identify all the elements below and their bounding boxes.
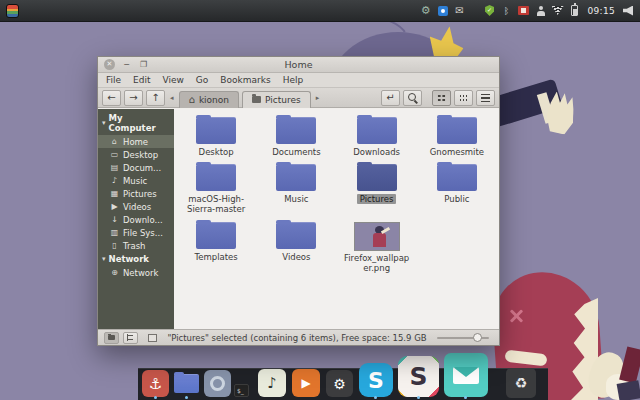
- dock-browser-icon[interactable]: [204, 370, 231, 397]
- network-icon[interactable]: [552, 5, 564, 17]
- back-button[interactable]: ←: [102, 90, 121, 106]
- music-icon: ♪: [110, 176, 119, 185]
- list-view-button[interactable]: [476, 90, 495, 106]
- sidebar-item-pictures[interactable]: ▦ Pictures: [98, 187, 174, 200]
- menu-go[interactable]: Go: [190, 75, 214, 85]
- sidebar-item-desktop[interactable]: ▭ Desktop: [98, 148, 174, 161]
- downloads-icon: ↓: [110, 215, 119, 224]
- sidebar-item-documents[interactable]: ▤ Docum...: [98, 161, 174, 174]
- menu-view[interactable]: View: [157, 75, 190, 85]
- wallpaper-dark-shape: [619, 346, 640, 383]
- dock-file-manager-icon[interactable]: [173, 370, 200, 397]
- sidebar-item-downloads[interactable]: ↓ Downlo...: [98, 213, 174, 226]
- tab-home[interactable]: ⌂ kionon: [179, 91, 240, 108]
- file-public[interactable]: Public: [417, 164, 497, 214]
- tab-pictures-label: Pictures: [265, 95, 301, 105]
- applications-menu-icon[interactable]: [6, 4, 19, 18]
- mail-tray-icon[interactable]: ✉: [454, 5, 466, 17]
- file-gnomesmite[interactable]: Gnomesmite: [417, 117, 497, 157]
- wallpaper-dark-shape-2: [617, 380, 640, 400]
- file-pictures-selected[interactable]: Pictures: [337, 164, 417, 214]
- updates-tray-icon[interactable]: ⚙: [420, 5, 432, 17]
- sidebar-item-trash[interactable]: ▯ Trash: [98, 239, 174, 252]
- sidebar-section-my-computer[interactable]: ▾ My Computer: [98, 111, 174, 135]
- folder-icon: [357, 164, 397, 191]
- menu-bookmarks[interactable]: Bookmarks: [214, 75, 276, 85]
- file-downloads[interactable]: Downloads: [337, 117, 417, 157]
- forward-button[interactable]: →: [124, 90, 143, 106]
- titlebar[interactable]: Home ✕ − ❐: [98, 57, 499, 73]
- folder-icon: [437, 164, 477, 191]
- clock[interactable]: 09:15: [586, 6, 617, 16]
- statusbar-text: "Pictures" selected (containing 6 items)…: [161, 333, 433, 343]
- running-indicator-dot: [464, 396, 467, 399]
- file-desktop[interactable]: Desktop: [176, 117, 256, 157]
- compact-view-button[interactable]: [454, 90, 473, 106]
- pictures-icon: ▦: [110, 189, 119, 198]
- dock-slack-icon[interactable]: S: [398, 356, 439, 397]
- keyboard-layout-icon[interactable]: [518, 5, 530, 17]
- dock-video-player-icon[interactable]: ▶: [292, 369, 320, 397]
- tab-scroll-right-icon[interactable]: ▸: [314, 94, 322, 102]
- videos-icon: ▶: [110, 202, 119, 211]
- envelope-icon: [453, 367, 479, 384]
- messenger-tray-icon[interactable]: [437, 5, 449, 17]
- docky-anchor-icon[interactable]: ⚓: [142, 370, 169, 397]
- file-view[interactable]: Desktop Documents Downloads Gnomesmite m…: [174, 109, 499, 329]
- window-title: Home: [98, 59, 499, 70]
- dock-mail-icon[interactable]: [444, 353, 488, 397]
- expander-icon: ▾: [102, 119, 106, 127]
- file-videos[interactable]: Videos: [256, 222, 336, 273]
- tab-pictures[interactable]: Pictures: [242, 91, 311, 108]
- file-music[interactable]: Music: [256, 164, 336, 214]
- sidebar-item-home[interactable]: ⌂ Home: [98, 135, 174, 148]
- zoom-slider[interactable]: [437, 337, 489, 339]
- file-firefox-wallpaper[interactable]: Firefox_wallpaper.png: [337, 222, 417, 273]
- tree-pane-toggle[interactable]: [123, 332, 138, 344]
- shield-icon[interactable]: ✓: [484, 5, 496, 17]
- dock-skype-icon[interactable]: S: [359, 363, 393, 397]
- sidebar-item-videos[interactable]: ▶ Videos: [98, 200, 174, 213]
- user-icon[interactable]: [535, 5, 547, 17]
- menu-edit[interactable]: Edit: [127, 75, 156, 85]
- dock-trash-icon[interactable]: ♻: [506, 368, 536, 398]
- file-documents[interactable]: Documents: [256, 117, 336, 157]
- folder-icon: [196, 222, 236, 249]
- top-panel: ⚙ ✉ ✓ ᛒ 09:15: [0, 0, 640, 22]
- battery-icon[interactable]: [569, 5, 581, 17]
- minimize-button[interactable]: −: [121, 59, 132, 70]
- folder-icon: [196, 117, 236, 144]
- dock-music-icon[interactable]: ♪: [258, 369, 286, 397]
- image-thumbnail: [354, 222, 400, 251]
- window-body: ▾ My Computer ⌂ Home ▭ Desktop ▤ Docum..…: [98, 109, 499, 329]
- sidebar-item-filesystem[interactable]: ▥ File Sys...: [98, 226, 174, 239]
- menu-help[interactable]: Help: [277, 75, 310, 85]
- maximize-button[interactable]: ❐: [138, 59, 149, 70]
- sidebar-item-music[interactable]: ♪ Music: [98, 174, 174, 187]
- window-controls: ✕ − ❐: [104, 59, 149, 70]
- zoom-slider-knob[interactable]: [473, 333, 482, 342]
- file-grid: Desktop Documents Downloads Gnomesmite m…: [174, 109, 499, 273]
- menu-file[interactable]: File: [100, 75, 127, 85]
- volume-icon[interactable]: [622, 5, 634, 17]
- sidebar-section-network[interactable]: ▾ Network: [98, 252, 174, 266]
- places-pane-toggle[interactable]: [104, 332, 119, 344]
- filesystem-icon: ▥: [110, 228, 119, 237]
- close-button[interactable]: ✕: [104, 59, 115, 70]
- home-icon: ⌂: [110, 137, 119, 146]
- desktop-icon: ▭: [110, 150, 119, 159]
- icon-view-button[interactable]: [432, 90, 451, 106]
- file-templates[interactable]: Templates: [176, 222, 256, 273]
- sidebar-item-network[interactable]: ⊕ Network: [98, 266, 174, 279]
- up-button[interactable]: ↑: [146, 90, 165, 106]
- location-icon[interactable]: ↵: [381, 90, 400, 106]
- running-indicator-dot: [154, 396, 157, 399]
- bluetooth-icon[interactable]: ᛒ: [501, 5, 513, 17]
- search-icon[interactable]: [403, 90, 422, 106]
- trash-icon: ▯: [110, 241, 119, 250]
- dock-terminal-icon[interactable]: $_: [234, 384, 249, 397]
- dock-settings-icon[interactable]: ⚙: [326, 370, 353, 397]
- sidebar: ▾ My Computer ⌂ Home ▭ Desktop ▤ Docum..…: [98, 109, 174, 329]
- file-macos-high-sierra[interactable]: macOS-High-Sierra-master: [176, 164, 256, 214]
- tab-scroll-left-icon[interactable]: ◂: [168, 94, 176, 102]
